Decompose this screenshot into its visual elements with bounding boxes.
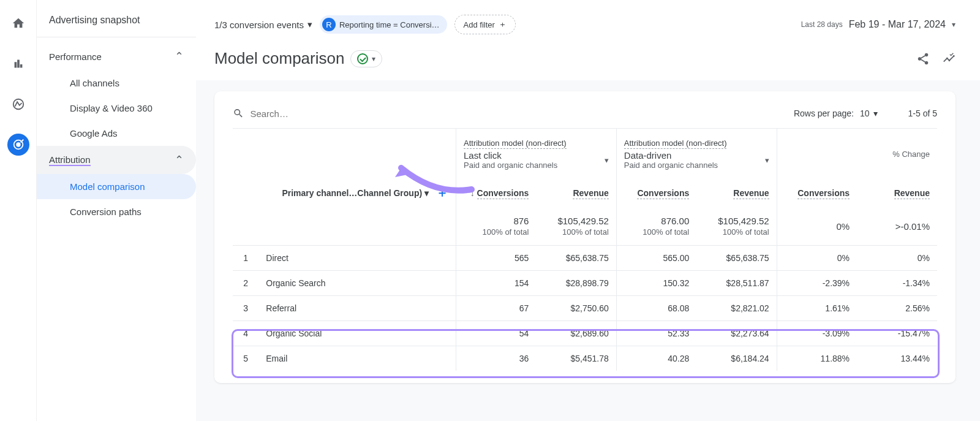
chevron-down-icon: ▾ — [765, 156, 769, 165]
topbar: 1/3 conversion events ▾ R Reporting time… — [196, 0, 980, 43]
nav-section-label: Performance — [49, 51, 102, 62]
change-header: % Change — [892, 150, 930, 159]
add-filter-label: Add filter — [464, 20, 495, 29]
date-range-label: Last 28 days — [801, 20, 843, 29]
chevron-down-icon: ▾ — [952, 20, 956, 29]
dropdown-label: 1/3 conversion events — [214, 20, 304, 30]
nav-item-model-comparison[interactable]: Model comparison — [37, 174, 196, 199]
insights-icon[interactable] — [942, 52, 956, 66]
filter-chip-reporting-time[interactable]: R Reporting time = Conversi… — [320, 15, 447, 34]
page-info: 1-5 of 5 — [908, 108, 937, 118]
reports-icon[interactable] — [7, 53, 29, 75]
rows-per-page-label: Rows per page: — [794, 108, 854, 118]
svg-point-4 — [918, 57, 922, 61]
chip-text: Reporting time = Conversi… — [339, 20, 440, 29]
explore-icon[interactable] — [7, 93, 29, 115]
model-b-sub: Paid and organic channels — [624, 161, 718, 170]
check-circle-icon — [357, 53, 368, 64]
column-header-row: Primary channel…Channel Group) ▾ ＋ ↓ Con… — [233, 176, 937, 210]
header-action-icons — [916, 52, 956, 66]
page-header: Model comparison ▾ — [196, 43, 980, 80]
page-title: Model comparison — [214, 49, 344, 68]
nav-item-conversion-paths[interactable]: Conversion paths — [37, 199, 196, 224]
channel-organic-social: Organic Social — [258, 321, 456, 346]
col-conversions-a[interactable]: Conversions — [477, 188, 529, 199]
channel-referral: Referral — [258, 296, 456, 321]
col-revenue-a[interactable]: Revenue — [573, 188, 608, 199]
report-card: Rows per page: 10 ▾ 1-5 of 5 — [214, 91, 956, 383]
table-row[interactable]: 1 Direct 565 $65,638.75 565.00 $65,638.7… — [233, 246, 937, 271]
table-row[interactable]: 2 Organic Search 154 $28,898.79 150.32 $… — [233, 271, 937, 296]
sort-arrow-icon[interactable]: ↓ — [470, 188, 475, 198]
col-conversions-b[interactable]: Conversions — [637, 188, 689, 199]
chevron-down-icon: ▾ — [424, 188, 429, 198]
channel-email: Email — [258, 346, 456, 371]
home-icon[interactable] — [7, 12, 29, 34]
nav-item-google-ads[interactable]: Google Ads — [37, 121, 196, 146]
svg-point-7 — [949, 59, 951, 61]
rows-per-page: Rows per page: 10 ▾ 1-5 of 5 — [794, 108, 937, 118]
group-header-row: Attribution model (non-direct) Last clic… — [233, 129, 937, 176]
comparison-table: Attribution model (non-direct) Last clic… — [233, 129, 937, 371]
table-row[interactable]: 4 Organic Social 54 $2,689.60 52.33 $2,2… — [233, 321, 937, 346]
date-range-value: Feb 19 - Mar 17, 2024 — [849, 19, 946, 30]
col-conversions-chg[interactable]: Conversions — [797, 188, 850, 199]
svg-point-5 — [925, 61, 929, 64]
svg-point-6 — [946, 57, 948, 59]
nav-section-label: Attribution — [49, 154, 91, 166]
attribution-model-header-a: Attribution model (non-direct) — [464, 138, 567, 149]
nav-section-attribution[interactable]: Attribution ⌃ — [37, 146, 196, 174]
chevron-up-icon: ⌃ — [175, 153, 184, 167]
conversion-events-dropdown[interactable]: 1/3 conversion events ▾ — [214, 19, 312, 30]
chip-avatar: R — [322, 18, 336, 31]
model-b-dropdown[interactable]: Data-driven Paid and organic channels ▾ — [624, 150, 769, 170]
table-row[interactable]: 5 Email 36 $5,451.78 40.28 $6,184.24 11.… — [233, 346, 937, 371]
svg-point-3 — [925, 53, 929, 56]
share-icon[interactable] — [916, 52, 930, 66]
search-input[interactable] — [250, 108, 453, 119]
sidebar-title: Advertising snapshot — [37, 12, 196, 37]
primary-dimension-dropdown[interactable]: Primary channel…Channel Group) ▾ — [282, 188, 429, 198]
table-row[interactable]: 3 Referral 67 $2,750.60 68.08 $2,821.02 … — [233, 296, 937, 321]
channel-organic-search: Organic Search — [258, 271, 456, 296]
channel-direct: Direct — [258, 246, 456, 271]
main-content: 1/3 conversion events ▾ R Reporting time… — [196, 0, 980, 421]
attribution-model-header-b: Attribution model (non-direct) — [624, 138, 727, 149]
nav-item-all-channels[interactable]: All channels — [37, 70, 196, 96]
chevron-down-icon: ▾ — [307, 19, 312, 30]
chevron-down-icon: ▾ — [605, 156, 609, 165]
sidebar: Advertising snapshot Performance ⌃ All c… — [37, 0, 196, 421]
svg-point-1 — [16, 142, 20, 146]
nav-section-performance[interactable]: Performance ⌃ — [37, 42, 196, 70]
content-area: Rows per page: 10 ▾ 1-5 of 5 — [196, 80, 980, 421]
table-toolbar: Rows per page: 10 ▾ 1-5 of 5 — [233, 104, 937, 129]
advertising-icon[interactable] — [7, 134, 29, 156]
plus-icon: ＋ — [499, 19, 507, 30]
col-revenue-b[interactable]: Revenue — [733, 188, 769, 199]
svg-point-8 — [953, 55, 955, 57]
chevron-up-icon: ⌃ — [175, 50, 184, 63]
status-dropdown[interactable]: ▾ — [350, 50, 382, 67]
model-a-dropdown[interactable]: Last click Paid and organic channels ▾ — [464, 150, 609, 170]
model-a-sub: Paid and organic channels — [464, 161, 557, 170]
totals-row: 876100% of total $105,429.52100% of tota… — [233, 210, 937, 246]
date-range-picker[interactable]: Last 28 days Feb 19 - Mar 17, 2024 ▾ — [801, 19, 956, 30]
model-b-name: Data-driven — [624, 150, 718, 161]
chevron-down-icon: ▾ — [372, 55, 375, 63]
add-dimension-button[interactable]: ＋ — [436, 184, 448, 201]
model-a-name: Last click — [464, 150, 557, 161]
icon-rail — [0, 0, 37, 421]
chevron-down-icon: ▾ — [873, 108, 878, 118]
col-revenue-chg[interactable]: Revenue — [894, 188, 930, 199]
search-wrap — [233, 107, 453, 119]
add-filter-button[interactable]: Add filter ＋ — [454, 15, 516, 34]
nav-item-display-video[interactable]: Display & Video 360 — [37, 96, 196, 121]
search-icon — [233, 107, 244, 119]
rows-per-page-select[interactable]: 10 ▾ — [860, 108, 878, 118]
